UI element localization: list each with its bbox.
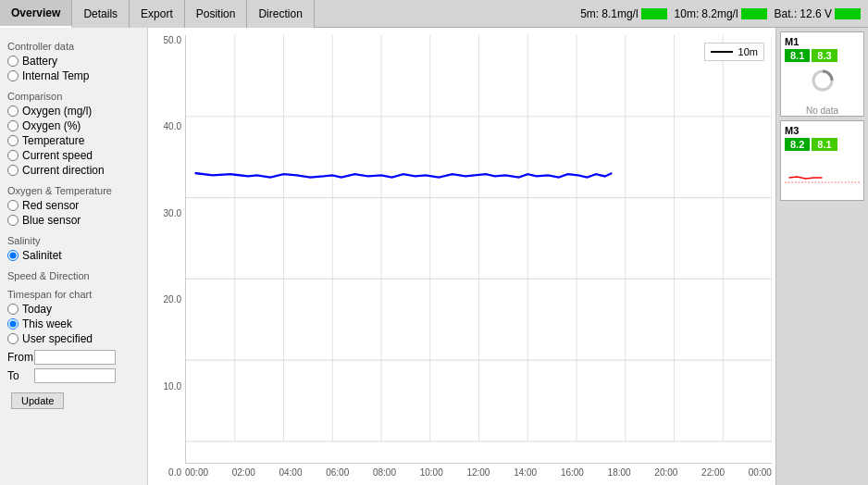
battery-value: 12.6 V [800,7,832,20]
radio-current-direction[interactable] [7,165,19,176]
top-nav: Overview Details Export Position Directi… [0,0,868,28]
sensor-10m-status: 10m: 8.2mg/l [675,7,767,20]
m3-val2: 8.1 [812,138,837,151]
radio-blue-sensor[interactable] [7,215,19,226]
x-axis: 00:00 02:00 04:00 06:00 08:00 10:00 12:0… [185,466,772,478]
m1-sensor-box: M1 8.1 8.3 No data [780,31,864,117]
oxygen-temp-title: Oxygen & Temperature [7,185,140,196]
comparison-title: Comparison [7,91,140,102]
sidebar-item-current-speed[interactable]: Current speed [7,148,140,163]
y-axis: 50.0 40.0 30.0 20.0 10.0 0.0 [148,35,185,478]
sidebar-item-oxygen-pct[interactable]: Oxygen (%) [7,118,140,133]
y-label-20: 20.0 [164,294,181,305]
battery-label: Battery [22,55,57,68]
radio-this-week[interactable] [7,318,19,330]
update-button[interactable]: Update [11,392,64,409]
x-label-0400: 04:00 [279,467,302,478]
y-label-30: 30.0 [164,208,181,218]
radio-oxygen-pct[interactable] [7,120,19,131]
tab-details[interactable]: Details [72,0,130,28]
chart-svg [186,35,772,463]
sidebar-item-red-sensor[interactable]: Red sensor [7,198,140,213]
user-specified-label: User specified [22,332,93,345]
m1-val1: 8.1 [785,49,810,62]
x-label-1200: 12:00 [466,467,490,478]
speed-direction-title: Speed & Direction [7,270,140,281]
radio-red-sensor[interactable] [7,200,19,211]
x-label-1000: 10:00 [420,467,443,478]
sensor-5m-bar [641,8,667,19]
radio-battery[interactable] [7,56,19,67]
x-label-0800: 08:00 [373,467,396,478]
internal-temp-label: Internal Temp [22,69,90,82]
radio-temperature[interactable] [7,135,19,146]
tab-export[interactable]: Export [130,0,185,28]
main-content: Controller data Battery Internal Temp Co… [0,28,868,485]
battery-status: Bat.: 12.6 V [775,7,861,20]
oxygen-mgl-label: Oxygen (mg/l) [22,105,92,118]
status-bar: 5m: 8.1mg/l 10m: 8.2mg/l Bat.: 12.6 V [580,7,868,20]
right-panel: M1 8.1 8.3 No data M3 8.2 8.1 [775,28,868,485]
x-label-0200: 02:00 [232,467,255,478]
m1-values: 8.1 8.3 [785,49,860,62]
sidebar-item-user-specified[interactable]: User specified [7,331,140,346]
radio-internal-temp[interactable] [7,70,19,81]
chart-plot: 10m [185,35,772,464]
y-label-0: 0.0 [168,467,181,478]
sidebar-item-this-week[interactable]: This week [7,317,140,331]
chart-legend: 10m [704,43,764,61]
sensor-5m-label: 5m: [580,7,599,20]
x-label-1400: 14:00 [514,467,537,478]
m3-values: 8.2 8.1 [785,138,860,151]
m1-mini-chart: No data [785,66,860,112]
to-date-input[interactable] [34,368,116,383]
y-label-50: 50.0 [164,35,181,45]
tab-overview[interactable]: Overview [0,0,72,28]
x-label-2200: 22:00 [701,467,725,478]
salinity-title: Salinity [7,235,140,246]
sidebar-item-battery[interactable]: Battery [7,54,140,68]
sidebar: Controller data Battery Internal Temp Co… [0,28,148,485]
y-label-10: 10.0 [164,381,181,392]
current-speed-label: Current speed [22,149,93,162]
sensor-10m-value: 8.2mg/l [701,7,738,20]
oxygen-pct-label: Oxygen (%) [22,119,81,132]
x-label-1800: 18:00 [608,467,631,478]
chart-inner: 50.0 40.0 30.0 20.0 10.0 0.0 [148,35,772,478]
sidebar-item-oxygen-mgl[interactable]: Oxygen (mg/l) [7,104,140,118]
radio-oxygen-mgl[interactable] [7,106,19,117]
m3-val1: 8.2 [785,138,810,151]
sensor-5m-status: 5m: 8.1mg/l [580,7,666,20]
x-label-2000: 20:00 [654,467,677,478]
from-date-row: From [7,350,140,365]
sidebar-item-today[interactable]: Today [7,302,140,317]
sidebar-item-temperature[interactable]: Temperature [7,133,140,148]
m1-val2: 8.3 [812,49,837,62]
radio-today[interactable] [7,304,19,315]
temperature-label: Temperature [22,134,84,147]
sidebar-item-current-direction[interactable]: Current direction [7,163,140,178]
this-week-label: This week [22,317,72,330]
battery-bar [835,8,861,19]
blue-sensor-label: Blue sensor [22,214,81,227]
sidebar-item-internal-temp[interactable]: Internal Temp [7,68,140,83]
tab-position[interactable]: Position [185,0,248,28]
sensor-10m-label: 10m: [675,7,700,20]
sidebar-item-salinitet[interactable]: Salinitet [7,248,140,263]
from-date-input[interactable] [34,350,116,365]
radio-user-specified[interactable] [7,333,19,344]
sidebar-item-blue-sensor[interactable]: Blue sensor [7,213,140,228]
x-label-0600: 06:00 [326,467,349,478]
radio-current-speed[interactable] [7,150,19,161]
sensor-5m-value: 8.1mg/l [601,7,638,20]
radio-salinitet[interactable] [7,250,19,261]
to-label: To [7,369,31,382]
legend-label: 10m [738,46,758,57]
tab-direction[interactable]: Direction [247,0,314,28]
salinitet-label: Salinitet [22,249,62,262]
controller-data-title: Controller data [7,41,140,52]
m3-title: M3 [785,125,860,136]
timespan-title: Timespan for chart [7,289,140,300]
x-label-1600: 16:00 [561,467,584,478]
current-direction-label: Current direction [22,164,105,177]
